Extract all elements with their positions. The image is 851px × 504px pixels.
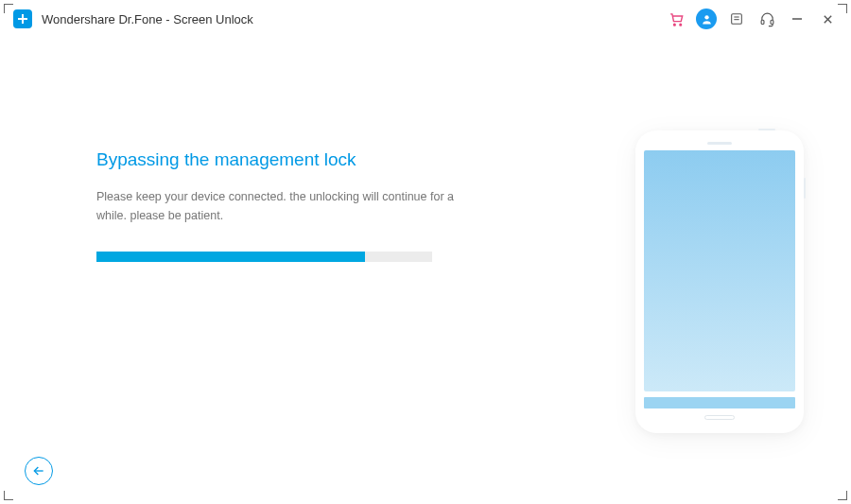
main-content: Bypassing the management lock Please kee…	[0, 38, 851, 504]
phone-volume-button	[804, 178, 806, 199]
minimize-button[interactable]	[787, 9, 808, 29]
svg-rect-5	[732, 14, 742, 25]
back-button[interactable]	[25, 457, 53, 485]
svg-point-2	[673, 24, 675, 26]
svg-point-4	[704, 15, 708, 19]
feedback-icon[interactable]	[726, 9, 747, 29]
titlebar-actions	[666, 9, 838, 29]
phone-power-button	[758, 129, 775, 130]
svg-point-3	[679, 24, 681, 26]
page-description: Please keep your device connected. the u…	[96, 187, 456, 225]
app-title: Wondershare Dr.Fone - Screen Unlock	[42, 12, 253, 26]
app-window: Wondershare Dr.Fone - Screen Unlock	[0, 0, 851, 504]
phone-home-button	[704, 415, 735, 420]
support-icon[interactable]	[756, 9, 777, 29]
app-logo-icon	[13, 9, 32, 28]
corner-decoration	[838, 4, 847, 13]
close-button[interactable]	[817, 9, 838, 29]
phone-screen	[644, 150, 795, 391]
svg-rect-1	[18, 18, 27, 20]
corner-decoration	[4, 4, 13, 13]
user-icon[interactable]	[696, 9, 717, 29]
phone-nav-bar	[644, 397, 795, 408]
cart-icon[interactable]	[666, 9, 686, 29]
progress-bar	[96, 252, 432, 262]
progress-fill	[96, 252, 365, 262]
phone-speaker	[707, 142, 732, 145]
titlebar: Wondershare Dr.Fone - Screen Unlock	[0, 0, 851, 38]
svg-rect-9	[771, 20, 773, 24]
phone-illustration	[635, 130, 804, 433]
svg-rect-8	[761, 20, 764, 24]
